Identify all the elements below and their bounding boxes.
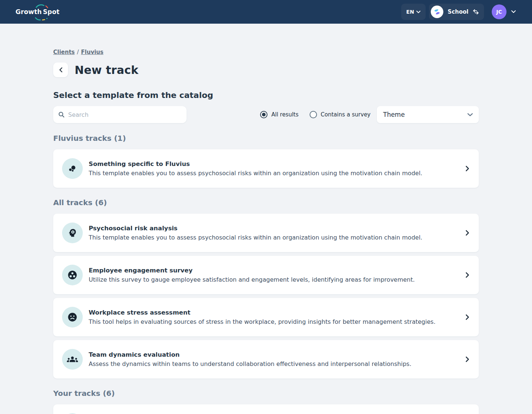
template-card-team-dynamics[interactable]: Team dynamics evaluation Assess the dyna… [53, 340, 479, 379]
theme-select-value: Theme [383, 111, 405, 118]
card-title: Workplace stress assessment [89, 309, 460, 316]
card-texts: Employee engagement survey Utilize this … [89, 267, 460, 283]
back-button[interactable] [53, 62, 68, 77]
breadcrumb-link-clients[interactable]: Clients [53, 49, 75, 55]
cluster-icon [62, 158, 83, 179]
chevron-down-icon [416, 11, 420, 13]
workspace-switcher-button[interactable]: School [429, 4, 484, 20]
user-avatar[interactable]: JC [492, 4, 507, 19]
results-filter-radio-group: All results Contains a survey [249, 111, 371, 118]
chevron-left-icon [59, 67, 62, 72]
card-texts: Something specific to Fluvius This templ… [89, 160, 460, 177]
theme-select-dropdown[interactable]: Theme [377, 106, 479, 123]
card-description: This template enables you to assess psyc… [89, 170, 460, 177]
swap-arrows-icon [473, 9, 479, 14]
workspace-logo-icon [433, 8, 441, 16]
logo-spot: Spot [43, 8, 59, 16]
breadcrumb-separator: / [77, 49, 79, 55]
radio-all-results-label: All results [271, 111, 299, 118]
card-description: Assess the dynamics within teams to unde… [89, 360, 460, 367]
psychology-icon [62, 223, 83, 243]
radio-contains-survey-label: Contains a survey [321, 111, 371, 118]
filter-row: All results Contains a survey Theme [53, 106, 479, 123]
breadcrumb: Clients/Fluvius [53, 49, 479, 55]
card-description: This tool helps in evaluating sources of… [89, 318, 460, 325]
template-card-your-psychosocial-risk[interactable]: Psychosocial risk analysis [53, 404, 479, 414]
search-box [53, 106, 187, 123]
card-title: Something specific to Fluvius [89, 160, 460, 167]
workspace-logo [431, 6, 443, 18]
chevron-down-icon [511, 10, 516, 13]
growthspot-logo[interactable]: GrowthSpot [16, 8, 59, 16]
workspace-label: School [448, 9, 468, 15]
section-heading-your-tracks: Your tracks (6) [53, 389, 479, 398]
radio-all-results[interactable]: All results [260, 111, 299, 118]
main-content: Clients/Fluvius New track Select a templ… [0, 24, 532, 414]
section-heading-all-tracks: All tracks (6) [53, 198, 479, 207]
language-selector-button[interactable]: EN [401, 4, 426, 20]
catalog-heading: Select a template from the catalog [53, 91, 479, 100]
chevron-right-icon [466, 272, 469, 278]
template-card-something-specific[interactable]: Something specific to Fluvius This templ… [53, 149, 479, 188]
groups-icon [62, 349, 83, 370]
card-description: This template enables you to assess psyc… [89, 234, 460, 241]
card-texts: Team dynamics evaluation Assess the dyna… [89, 351, 460, 367]
template-card-psychosocial-risk[interactable]: Psychosocial risk analysis This template… [53, 214, 479, 252]
radio-selected-icon [260, 111, 267, 118]
chevron-down-icon [467, 113, 473, 116]
search-input[interactable] [68, 111, 181, 118]
breadcrumb-link-fluvius[interactable]: Fluvius [81, 49, 103, 55]
card-title: Employee engagement survey [89, 267, 460, 274]
search-icon [58, 111, 65, 118]
top-navigation-bar: GrowthSpot EN School JC [0, 0, 532, 24]
chevron-right-icon [466, 314, 469, 320]
card-texts: Workplace stress assessment This tool he… [89, 309, 460, 325]
user-menu[interactable]: JC [492, 4, 516, 19]
chevron-right-icon [466, 230, 469, 236]
page-header: New track [53, 62, 479, 77]
chevron-right-icon [466, 356, 469, 362]
template-card-employee-engagement[interactable]: Employee engagement survey Utilize this … [53, 256, 479, 294]
language-label: EN [406, 9, 414, 15]
radio-unselected-icon [310, 111, 317, 118]
sad-face-icon [62, 307, 83, 328]
radio-contains-survey[interactable]: Contains a survey [310, 111, 371, 118]
logo-wordmark: GrowthSpot [16, 8, 59, 16]
card-title: Psychosocial risk analysis [89, 225, 460, 232]
logo-growth: Growth [16, 8, 42, 16]
section-heading-fluvius-tracks: Fluvius tracks (1) [53, 134, 479, 143]
group-work-icon [62, 265, 83, 285]
header-actions: EN School JC [401, 4, 516, 20]
template-card-workplace-stress[interactable]: Workplace stress assessment This tool he… [53, 298, 479, 336]
page-title: New track [75, 64, 139, 77]
card-texts: Psychosocial risk analysis This template… [89, 225, 460, 241]
card-title: Team dynamics evaluation [89, 351, 460, 358]
chevron-right-icon [466, 166, 469, 172]
card-description: Utilize this survey to gauge employee sa… [89, 276, 460, 283]
